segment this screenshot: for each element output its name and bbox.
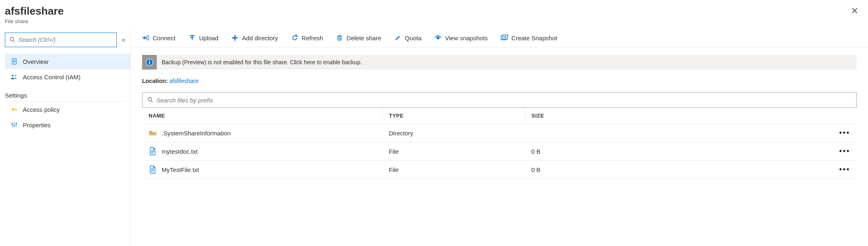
file-size: 0 B bbox=[525, 161, 832, 179]
svg-rect-17 bbox=[147, 36, 149, 40]
file-search[interactable] bbox=[142, 92, 857, 108]
svg-point-16 bbox=[16, 123, 17, 124]
page-title: afsfileshare bbox=[5, 5, 64, 17]
sidebar-item-label: Properties bbox=[23, 122, 50, 128]
sliders-icon bbox=[11, 121, 18, 128]
document-icon bbox=[11, 58, 18, 65]
svg-rect-10 bbox=[16, 109, 17, 111]
table-row[interactable]: mytestdoc.txt File 0 B ••• bbox=[142, 142, 857, 161]
file-name: mytestdoc.txt bbox=[162, 148, 197, 155]
file-type: File bbox=[382, 142, 525, 161]
tool-label: Delete share bbox=[346, 35, 381, 41]
svg-point-36 bbox=[148, 97, 152, 101]
row-actions-button[interactable]: ••• bbox=[839, 146, 850, 155]
file-size: 0 B bbox=[525, 142, 832, 161]
svg-point-6 bbox=[12, 75, 13, 76]
svg-rect-21 bbox=[232, 37, 238, 39]
connect-button[interactable]: Connect bbox=[142, 34, 175, 41]
sidebar-item-label: Access policy bbox=[23, 106, 60, 113]
file-name: .SystemShareInformation bbox=[162, 130, 230, 137]
upload-icon bbox=[189, 34, 196, 41]
collapse-sidebar-button[interactable]: « bbox=[120, 35, 127, 45]
banner-message: Backup (Preview) is not enabled for this… bbox=[162, 56, 362, 69]
file-type: File bbox=[382, 161, 525, 179]
sidebar-item-access-policy[interactable]: Access policy bbox=[5, 102, 130, 117]
svg-rect-22 bbox=[338, 36, 341, 40]
svg-point-14 bbox=[12, 124, 13, 125]
file-size bbox=[525, 124, 832, 142]
svg-rect-35 bbox=[149, 62, 150, 65]
sidebar-search[interactable] bbox=[5, 33, 117, 47]
row-actions-button[interactable]: ••• bbox=[839, 128, 850, 137]
refresh-icon bbox=[291, 34, 298, 41]
search-icon bbox=[9, 37, 15, 44]
create-snapshot-button[interactable]: Create Snapshot bbox=[501, 34, 557, 41]
key-icon bbox=[11, 106, 18, 113]
file-name: MyTestFile.txt bbox=[162, 166, 199, 173]
tool-label: Connect bbox=[153, 35, 175, 41]
sidebar-search-input[interactable] bbox=[18, 37, 112, 43]
sidebar-item-properties[interactable]: Properties bbox=[5, 117, 130, 133]
page-subtitle: File share bbox=[5, 18, 64, 24]
svg-point-15 bbox=[14, 125, 15, 126]
pencil-icon bbox=[394, 34, 401, 41]
trash-icon bbox=[336, 34, 343, 41]
close-button[interactable]: ✕ bbox=[849, 5, 860, 17]
eye-icon bbox=[434, 34, 442, 41]
snapshot-icon bbox=[501, 34, 508, 41]
table-row[interactable]: .SystemShareInformation Directory ••• bbox=[142, 124, 857, 142]
row-actions-button[interactable]: ••• bbox=[839, 165, 850, 174]
tool-label: Refresh bbox=[302, 35, 323, 41]
tool-label: Upload bbox=[199, 35, 219, 41]
column-size[interactable]: SIZE bbox=[525, 108, 857, 124]
connect-icon bbox=[142, 34, 149, 41]
table-row[interactable]: MyTestFile.txt File 0 B ••• bbox=[142, 161, 857, 179]
sidebar-item-access-control[interactable]: Access Control (IAM) bbox=[5, 69, 130, 85]
tool-label: View snapshots bbox=[445, 35, 488, 41]
info-icon bbox=[142, 55, 157, 70]
file-type: Directory bbox=[382, 124, 525, 142]
svg-line-37 bbox=[151, 100, 153, 102]
svg-point-7 bbox=[15, 75, 16, 76]
location-link[interactable]: afsfileshare bbox=[169, 78, 199, 84]
sidebar-item-overview[interactable]: Overview bbox=[5, 54, 130, 69]
toolbar: Connect Upload Add directory Refresh bbox=[131, 28, 868, 48]
svg-line-1 bbox=[13, 40, 15, 42]
column-name[interactable]: NAME bbox=[142, 108, 382, 124]
sidebar: « Overview Access Control (IAM) Settings bbox=[0, 28, 130, 246]
refresh-button[interactable]: Refresh bbox=[291, 34, 323, 41]
search-icon bbox=[147, 97, 153, 104]
svg-point-27 bbox=[437, 37, 439, 39]
tool-label: Quota bbox=[405, 35, 421, 41]
file-icon bbox=[149, 147, 157, 155]
tool-label: Add directory bbox=[242, 35, 278, 41]
file-search-input[interactable] bbox=[156, 97, 851, 104]
sidebar-item-label: Access Control (IAM) bbox=[23, 74, 81, 81]
quota-button[interactable]: Quota bbox=[394, 34, 421, 41]
folder-icon bbox=[149, 129, 157, 137]
view-snapshots-button[interactable]: View snapshots bbox=[434, 34, 488, 41]
file-icon bbox=[149, 165, 157, 174]
upload-button[interactable]: Upload bbox=[189, 34, 219, 41]
svg-point-34 bbox=[149, 60, 150, 61]
people-icon bbox=[11, 73, 18, 81]
delete-share-button[interactable]: Delete share bbox=[336, 34, 381, 41]
svg-point-0 bbox=[10, 37, 14, 41]
plus-icon bbox=[231, 34, 239, 41]
tool-label: Create Snapshot bbox=[511, 35, 557, 41]
backup-banner[interactable]: Backup (Preview) is not enabled for this… bbox=[142, 55, 857, 70]
column-type[interactable]: TYPE bbox=[382, 108, 525, 124]
location-label: Location: bbox=[142, 78, 168, 84]
file-table: NAME TYPE SIZE .SystemShareInformation bbox=[142, 108, 857, 179]
sidebar-item-label: Overview bbox=[23, 58, 48, 65]
add-directory-button[interactable]: Add directory bbox=[231, 34, 278, 41]
sidebar-section-settings: Settings bbox=[5, 85, 125, 102]
